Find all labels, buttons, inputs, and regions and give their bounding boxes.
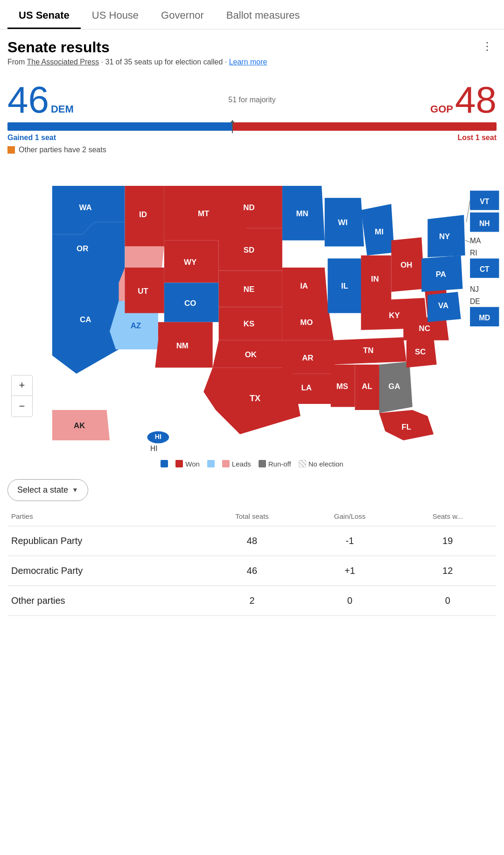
svg-line-43 (465, 240, 470, 242)
svg-text:CO: CO (184, 299, 196, 308)
svg-text:DE: DE (470, 297, 480, 305)
majority-marker (232, 120, 233, 133)
legend-leads-label: Leads (232, 460, 251, 468)
seats-won-other: 0 (399, 586, 497, 615)
svg-text:IA: IA (300, 282, 308, 290)
tab-ballot-measures[interactable]: Ballot measures (215, 0, 311, 29)
select-state-button[interactable]: Select a state ▼ (7, 479, 88, 501)
svg-text:MT: MT (198, 209, 210, 218)
page-title: Senate results (7, 39, 110, 56)
source-subtitle: From The Associated Press · 31 of 35 sea… (7, 58, 497, 66)
svg-text:OR: OR (77, 244, 88, 253)
svg-text:OH: OH (400, 261, 412, 269)
legend-gop-leads: Leads (222, 460, 251, 468)
us-map: WA OR CA ID NV AZ MT WY UT CO NM ND (4, 162, 500, 452)
party-republican: Republican Party (7, 526, 203, 556)
svg-text:PA: PA (436, 270, 446, 279)
tab-governor[interactable]: Governor (150, 0, 215, 29)
col-header-gain-loss: Gain/Loss (301, 507, 399, 526)
dem-bar (7, 122, 232, 131)
legend-no-election: No election (299, 460, 343, 468)
svg-text:MI: MI (375, 227, 384, 236)
svg-text:NY: NY (439, 232, 450, 241)
svg-text:MA: MA (470, 237, 481, 245)
svg-text:AK: AK (74, 421, 85, 430)
zoom-controls: + − (11, 375, 33, 417)
gain-loss-other: 0 (301, 586, 399, 615)
legend-dem-leads (207, 460, 215, 467)
results-table: Parties Total seats Gain/Loss Seats w...… (7, 507, 497, 616)
zoom-out-button[interactable]: − (12, 396, 32, 417)
svg-text:FL: FL (402, 423, 412, 431)
legend-dem-leads-box (207, 460, 215, 467)
legend-no-election-label: No election (308, 460, 343, 468)
dem-count: 46 (7, 81, 49, 119)
select-state-arrow: ▼ (72, 486, 78, 494)
svg-text:VA: VA (438, 301, 448, 310)
svg-text:NC: NC (419, 324, 430, 333)
other-seats-row: Other parties have 2 seats (0, 145, 504, 162)
zoom-in-button[interactable]: + (12, 375, 32, 396)
table-row: Other parties 2 0 0 (7, 586, 497, 615)
tab-us-senate[interactable]: US Senate (7, 0, 81, 29)
svg-text:HI: HI (155, 433, 161, 440)
gop-score-group: GOP 48 (430, 81, 497, 119)
ap-link[interactable]: The Associated Press (27, 58, 99, 66)
table-row: Republican Party 48 -1 19 (7, 526, 497, 556)
col-header-seats-won: Seats w... (399, 507, 497, 526)
more-menu-button[interactable]: ⋮ (478, 39, 497, 54)
majority-label: 51 for majority (228, 96, 275, 104)
gain-loss-republican: -1 (301, 526, 399, 556)
party-other: Other parties (7, 586, 203, 615)
svg-text:MN: MN (296, 209, 308, 218)
svg-text:WY: WY (184, 258, 196, 267)
col-header-total-seats: Total seats (203, 507, 301, 526)
party-democratic: Democratic Party (7, 556, 203, 586)
svg-text:KY: KY (389, 311, 399, 320)
svg-text:AR: AR (302, 353, 313, 362)
seats-won-democratic: 12 (399, 556, 497, 586)
svg-text:TN: TN (363, 346, 373, 355)
svg-text:VT: VT (480, 198, 489, 205)
svg-text:MS: MS (336, 382, 348, 391)
svg-text:OK: OK (245, 350, 257, 359)
legend-runoff: Run-off (259, 460, 291, 468)
dem-label: DEM (51, 100, 74, 119)
svg-text:MO: MO (300, 318, 313, 327)
svg-text:GA: GA (388, 382, 400, 391)
legend-won-label: Won (185, 460, 200, 468)
legend-gop-won-box (175, 460, 183, 467)
learn-more-link[interactable]: Learn more (229, 58, 267, 66)
svg-text:NE: NE (244, 285, 254, 294)
svg-text:IL: IL (341, 282, 348, 290)
legend-runoff-box (259, 460, 266, 467)
gop-label: GOP (430, 100, 453, 119)
tab-bar: US Senate US House Governor Ballot measu… (0, 0, 504, 29)
total-seats-other: 2 (203, 586, 301, 615)
svg-text:AZ: AZ (131, 321, 141, 330)
gop-count: 48 (455, 81, 497, 119)
results-table-wrapper: Parties Total seats Gain/Loss Seats w...… (0, 507, 504, 616)
svg-text:ND: ND (243, 203, 254, 212)
legend-runoff-label: Run-off (268, 460, 291, 468)
table-header-row: Parties Total seats Gain/Loss Seats w... (7, 507, 497, 526)
header-section: Senate results ⋮ From The Associated Pre… (0, 29, 504, 70)
scoreboard: 46 DEM 51 for majority GOP 48 (0, 70, 504, 122)
col-header-parties: Parties (7, 507, 203, 526)
map-container: WA OR CA ID NV AZ MT WY UT CO NM ND (0, 162, 504, 454)
svg-text:ID: ID (139, 210, 147, 219)
svg-text:NH: NH (479, 219, 490, 227)
select-state-label: Select a state (17, 485, 68, 495)
svg-text:WA: WA (79, 203, 92, 212)
svg-text:TX: TX (250, 394, 260, 403)
total-seats-republican: 48 (203, 526, 301, 556)
gain-loss-democratic: +1 (301, 556, 399, 586)
svg-text:WI: WI (338, 218, 348, 227)
svg-text:RI: RI (470, 249, 477, 257)
svg-text:SC: SC (415, 347, 426, 356)
table-row: Democratic Party 46 +1 12 (7, 556, 497, 586)
svg-text:MD: MD (479, 314, 490, 322)
legend-dem-won (161, 460, 168, 467)
svg-text:LA: LA (301, 383, 312, 392)
tab-us-house[interactable]: US House (81, 0, 150, 29)
